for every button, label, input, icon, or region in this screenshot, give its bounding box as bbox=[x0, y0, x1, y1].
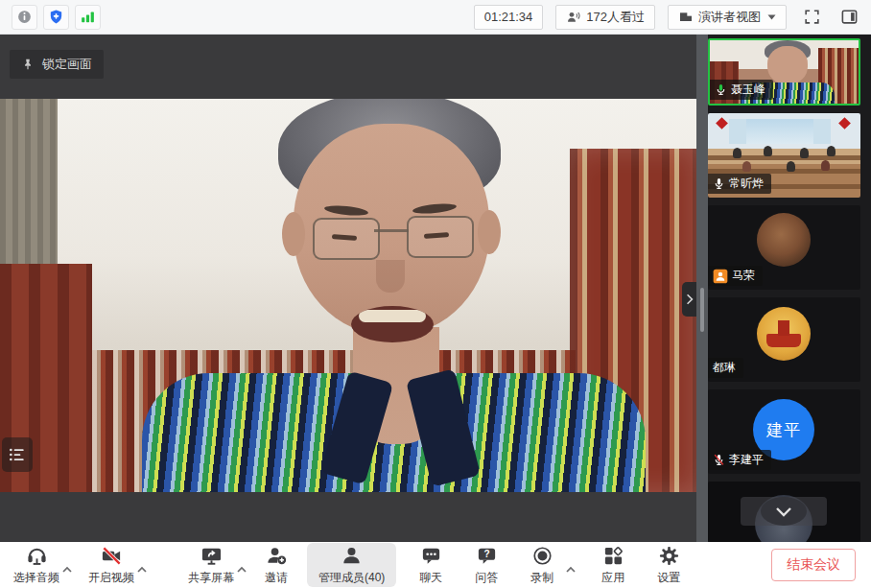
audience-icon bbox=[566, 10, 581, 25]
toolbar-item-apps[interactable]: 应用 bbox=[592, 543, 634, 587]
qa-bubble-icon: ? bbox=[476, 545, 498, 567]
speaker-video-frame bbox=[0, 99, 696, 492]
bottom-toolbar: 选择音频 开启视频 共享屏幕 邀请 bbox=[0, 542, 871, 588]
view-mode-label: 演讲者视图 bbox=[698, 9, 761, 26]
participant-name: 马荣 bbox=[732, 268, 755, 284]
viewer-count-label: 172人看过 bbox=[586, 9, 645, 26]
participant-tile-partial[interactable] bbox=[708, 482, 860, 542]
toolbar-item-settings[interactable]: 设置 bbox=[647, 543, 690, 587]
toolbar-item-label: 聊天 bbox=[419, 570, 442, 586]
toolbar-item-label: 应用 bbox=[601, 570, 624, 586]
participant-name-chip: 聂玉峰 bbox=[710, 80, 773, 100]
participant-name-chip: 都琳 bbox=[708, 358, 743, 378]
record-options-chevron[interactable] bbox=[563, 556, 578, 574]
audio-options-chevron[interactable] bbox=[59, 556, 75, 574]
headset-icon bbox=[26, 545, 48, 567]
phone-audio-icon bbox=[713, 269, 728, 284]
mic-muted-icon bbox=[713, 454, 725, 466]
toolbar-item-video[interactable]: 开启视频 bbox=[88, 543, 134, 587]
participant-name-chip: 李建平 bbox=[708, 450, 771, 470]
participant-name: 常昕烨 bbox=[729, 176, 764, 192]
scroll-down-button[interactable] bbox=[741, 497, 827, 526]
fullscreen-button[interactable] bbox=[799, 5, 824, 30]
mic-icon bbox=[713, 177, 725, 190]
network-quality-button[interactable] bbox=[75, 5, 101, 30]
participant-name: 都琳 bbox=[713, 360, 736, 376]
mic-on-icon bbox=[715, 83, 727, 96]
sidebar-scrollbar[interactable] bbox=[696, 35, 708, 542]
toolbar-item-chat[interactable]: 聊天 bbox=[410, 543, 452, 587]
participant-tile[interactable]: 都琳 bbox=[708, 297, 860, 382]
scrollbar-thumb[interactable] bbox=[700, 288, 704, 332]
apps-grid-icon bbox=[602, 545, 624, 567]
record-icon bbox=[531, 545, 553, 567]
stage: 锁定画面 bbox=[0, 35, 871, 542]
pin-view-label: 锁定画面 bbox=[42, 56, 92, 73]
meeting-timer: 01:21:34 bbox=[474, 5, 544, 30]
shield-icon bbox=[48, 9, 64, 25]
participant-name: 聂玉峰 bbox=[731, 82, 765, 98]
chat-bubble-icon bbox=[420, 545, 442, 567]
end-meeting-button[interactable]: 结束会议 bbox=[771, 549, 856, 581]
toolbar-item-label: 共享屏幕 bbox=[188, 570, 234, 586]
participant-sidebar: 聂玉峰 常昕烨 bbox=[708, 35, 871, 542]
toolbar-item-label: 邀请 bbox=[265, 570, 288, 586]
meeting-info-button[interactable] bbox=[12, 5, 37, 30]
share-options-chevron[interactable] bbox=[234, 556, 249, 574]
collapse-sidebar-handle[interactable] bbox=[682, 282, 696, 317]
view-mode-dropdown[interactable]: 演讲者视图 bbox=[668, 5, 787, 30]
video-options-chevron[interactable] bbox=[134, 556, 150, 574]
toolbar-item-label: 设置 bbox=[657, 570, 680, 586]
svg-text:?: ? bbox=[483, 549, 489, 559]
participant-avatar bbox=[757, 307, 811, 361]
top-bar: 01:21:34 172人看过 演讲者视图 bbox=[0, 0, 871, 35]
list-icon bbox=[8, 445, 27, 464]
layout-view-icon bbox=[678, 10, 694, 25]
participant-tile[interactable]: 常昕烨 bbox=[708, 113, 860, 198]
camera-off-icon bbox=[101, 545, 123, 567]
toolbar-item-label: 选择音频 bbox=[13, 570, 59, 586]
caption-list-button[interactable] bbox=[2, 437, 33, 472]
invite-person-icon bbox=[266, 545, 288, 567]
chevron-down-icon bbox=[775, 506, 792, 517]
participant-avatar bbox=[757, 213, 811, 267]
toolbar-item-invite[interactable]: 邀请 bbox=[255, 543, 297, 587]
toolbar-item-label: 录制 bbox=[530, 570, 553, 586]
side-panel-icon bbox=[840, 8, 859, 26]
fullscreen-icon bbox=[803, 8, 821, 26]
pin-icon bbox=[21, 57, 35, 72]
toolbar-item-label: 开启视频 bbox=[88, 570, 134, 586]
participant-name: 李建平 bbox=[729, 452, 764, 468]
side-panel-toggle-button[interactable] bbox=[836, 5, 861, 30]
participant-name-chip: 常昕烨 bbox=[708, 174, 771, 194]
signal-bars-icon bbox=[80, 9, 96, 25]
chevron-right-icon bbox=[686, 293, 694, 306]
toolbar-item-audio[interactable]: 选择音频 bbox=[13, 543, 59, 587]
security-button[interactable] bbox=[43, 5, 69, 30]
meeting-window: 01:21:34 172人看过 演讲者视图 bbox=[0, 0, 871, 588]
gear-icon bbox=[658, 545, 680, 567]
timer-value: 01:21:34 bbox=[484, 10, 533, 24]
chevron-down-icon bbox=[767, 14, 776, 20]
main-speaker-video[interactable]: 锁定画面 bbox=[0, 35, 696, 542]
participant-tile-active-speaker[interactable]: 聂玉峰 bbox=[708, 38, 860, 106]
person-icon bbox=[341, 545, 363, 567]
info-icon bbox=[16, 9, 33, 25]
toolbar-item-record[interactable]: 录制 bbox=[521, 543, 563, 587]
pin-view-button[interactable]: 锁定画面 bbox=[10, 50, 104, 79]
participant-name-chip: 马荣 bbox=[708, 266, 763, 286]
toolbar-item-share-screen[interactable]: 共享屏幕 bbox=[188, 543, 234, 587]
share-screen-icon bbox=[200, 545, 223, 567]
participant-tile[interactable]: 建平 李建平 bbox=[708, 389, 860, 474]
toolbar-item-manage-members[interactable]: 管理成员(40) bbox=[307, 543, 396, 587]
participant-tile[interactable]: 马荣 bbox=[708, 205, 860, 290]
toolbar-item-label: 管理成员(40) bbox=[318, 570, 385, 586]
viewer-count-button[interactable]: 172人看过 bbox=[555, 5, 655, 30]
toolbar-item-label: 问答 bbox=[475, 570, 498, 586]
avatar-initials: 建平 bbox=[766, 419, 801, 441]
toolbar-item-qa[interactable]: ? 问答 bbox=[465, 543, 507, 587]
